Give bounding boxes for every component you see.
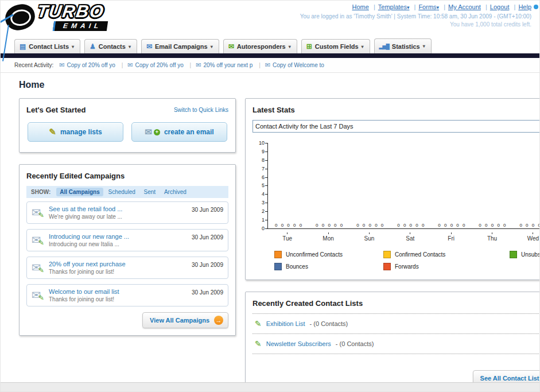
logo: TURBO EMAIL: [5, 3, 107, 31]
y-axis-tick-label: 3: [254, 200, 267, 205]
nav-tab[interactable]: Statistics ▾: [374, 38, 432, 53]
top-nav-link[interactable]: My Account: [441, 3, 481, 10]
legend-item: Confirmed Contacts: [383, 251, 510, 258]
stats-period-select[interactable]: Contact Activity for the Last 7 Days: [252, 120, 540, 133]
top-nav-link[interactable]: Logout: [483, 3, 510, 10]
nav-tab[interactable]: Autoresponders ▾: [223, 39, 297, 53]
campaign-title-link[interactable]: Introducing our new range ...: [49, 233, 187, 240]
top-nav-link[interactable]: Help: [511, 3, 531, 10]
legend-swatch-icon: [510, 251, 517, 258]
y-axis-tick-label: 9: [254, 149, 267, 154]
nav-tab-label: Custom Fields: [315, 43, 359, 50]
contact-activity-chart: 109876543210 0 0 0 0 00 0 0 0 00 0 0 0 0…: [252, 143, 540, 231]
nav-tab[interactable]: Contact Lists ▾: [14, 39, 80, 53]
envelope-icon: ✉: [145, 127, 152, 137]
contact-lists-body: ✎ Exhibition List - (0 Contacts) ✎ Newsl…: [252, 313, 540, 354]
nav-tab[interactable]: Custom Fields ▾: [301, 39, 370, 53]
stats-title: Latest Stats: [252, 106, 295, 114]
manage-lists-button[interactable]: ✎ manage lists: [28, 122, 123, 142]
campaign-row: ✉ ✎ Introducing our new range ... Introd…: [26, 229, 228, 251]
nav-tab-label: Autoresponders: [237, 43, 286, 50]
recent-activity-items: ✉Copy of 20% off yo ✉Copy of 20% off yo …: [59, 61, 324, 69]
switch-quick-links-link[interactable]: Switch to Quick Links: [174, 107, 228, 113]
chart-group-values: 0 0 0 0 0: [512, 223, 540, 228]
campaign-subtitle: We're giving away our late ...: [49, 214, 187, 220]
contact-list-count: - (0 Contacts): [310, 320, 348, 327]
top-nav-link[interactable]: Templates▾: [371, 3, 410, 10]
y-axis-tick-label: 6: [254, 175, 267, 180]
recent-activity-item: ✉Copy of 20% off yo: [117, 62, 184, 68]
see-all-contact-lists-label: See All Contact Lists: [480, 375, 540, 382]
chart-legend: Unconfirmed Contacts Confirmed Contacts …: [274, 251, 540, 270]
chevron-down-icon: ▾: [423, 44, 425, 49]
legend-item: Forwards: [383, 263, 510, 270]
campaign-subtitle: Thanks for joining our list!: [49, 296, 187, 302]
chart-y-axis: 109876543210: [254, 141, 267, 231]
nav-tab-icon: [306, 43, 312, 50]
legend-swatch-icon: [383, 251, 391, 258]
recent-activity-link[interactable]: Copy of Welcome to: [273, 62, 324, 68]
view-all-campaigns-button[interactable]: View All Campaigns →: [142, 312, 228, 328]
campaigns-title: Recently Edited Campaigns: [26, 172, 125, 180]
chart-x-axis-labels: TueMonSunSatFriThuWed: [267, 232, 540, 242]
campaign-envelope-pencil-icon: ✉ ✎: [32, 207, 49, 219]
campaign-date: 30 Jun 2009: [192, 288, 223, 296]
create-email-button[interactable]: ✉+ create an email: [131, 122, 227, 142]
y-axis-tick-label: 1: [254, 218, 267, 223]
page-title: Home: [19, 80, 523, 90]
campaign-filter-link[interactable]: Scheduled: [105, 188, 139, 196]
nav-divider-bar: [1, 53, 539, 58]
chevron-down-icon: ▾: [72, 44, 74, 49]
contact-list-link[interactable]: Exhibition List: [266, 320, 305, 327]
legend-item: Unconfirmed Contacts: [274, 251, 383, 258]
legend-label: Forwards: [395, 263, 419, 270]
chart-group-values: 0 0 0 0 0: [349, 223, 390, 228]
envelope-icon: ✉: [265, 61, 270, 68]
nav-tab-icon: [20, 43, 26, 50]
legend-swatch-icon: [274, 251, 282, 258]
campaign-row: ✉ ✎ Welcome to our email list Thanks for…: [26, 284, 228, 306]
stats-panel: Latest Stats Contact Activity for the La…: [245, 98, 540, 280]
top-nav-link[interactable]: Forms▾: [411, 3, 440, 10]
campaign-list: ✉ ✎ See us at the retail food ... We're …: [26, 201, 228, 306]
legend-item: Bounces: [274, 263, 383, 270]
chart-group-values: 0 0 0 0 0: [431, 223, 472, 228]
nav-tab-label: Statistics: [392, 43, 420, 50]
campaign-filter-bar: SHOW: All Campaigns Scheduled Sent Archi…: [26, 186, 228, 198]
campaign-filter-link[interactable]: All Campaigns: [56, 188, 103, 196]
contact-list-link[interactable]: Newsletter Subscribers: [266, 340, 331, 347]
y-axis-tick-label: 10: [254, 141, 267, 146]
top-nav-link-label: Help: [518, 3, 531, 10]
y-axis-tick-label: 0: [254, 226, 267, 231]
nav-tab[interactable]: Email Campaigns ▾: [141, 39, 219, 53]
nav-tab[interactable]: Contacts ▾: [84, 39, 137, 53]
campaign-filter-link[interactable]: Archived: [161, 188, 190, 196]
contact-list-row: ✎ Newsletter Subscribers - (0 Contacts): [252, 334, 540, 354]
campaign-title-link[interactable]: 20% off your next purchase: [49, 261, 187, 267]
legend-swatch-icon: [383, 263, 391, 270]
credits-info: You have 1,000 total credits left.: [300, 21, 531, 28]
campaign-date: 30 Jun 2009: [192, 205, 223, 213]
chevron-down-icon: ▾: [362, 44, 364, 49]
x-axis-day-label: Tue: [267, 232, 308, 242]
campaign-title-link[interactable]: Welcome to our email list: [49, 288, 187, 295]
show-label: SHOW:: [31, 189, 50, 195]
chart-plot-area: 0 0 0 0 00 0 0 0 00 0 0 0 00 0 0 0 00 0 …: [267, 143, 540, 229]
header-right: Home Templates▾ Forms▾ My Account Logout…: [300, 3, 531, 28]
nav-tab-icon: [146, 43, 152, 50]
top-nav-link[interactable]: Home: [352, 3, 369, 10]
logo-primary: TURBO: [36, 3, 109, 20]
campaign-title-link[interactable]: See us at the retail food ...: [49, 205, 187, 212]
right-column: Latest Stats Contact Activity for the La…: [245, 98, 540, 392]
chart-group-values: 0 0 0 0 0: [268, 223, 309, 228]
campaign-date: 30 Jun 2009: [192, 261, 223, 268]
login-info: You are logged in as 'Timothy Smith' | S…: [300, 13, 531, 20]
legend-label: Bounces: [286, 263, 308, 270]
recent-activity-link[interactable]: 20% off your next p: [203, 62, 252, 68]
logo-text: TURBO EMAIL: [37, 3, 107, 31]
recent-activity-link[interactable]: Copy of 20% off yo: [135, 62, 184, 68]
recent-activity-item: ✉20% off your next p: [185, 62, 253, 68]
campaigns-panel: Recently Edited Campaigns SHOW: All Camp…: [19, 164, 236, 336]
campaign-filter-link[interactable]: Sent: [141, 188, 160, 196]
recent-activity-link[interactable]: Copy of 20% off yo: [67, 62, 115, 68]
